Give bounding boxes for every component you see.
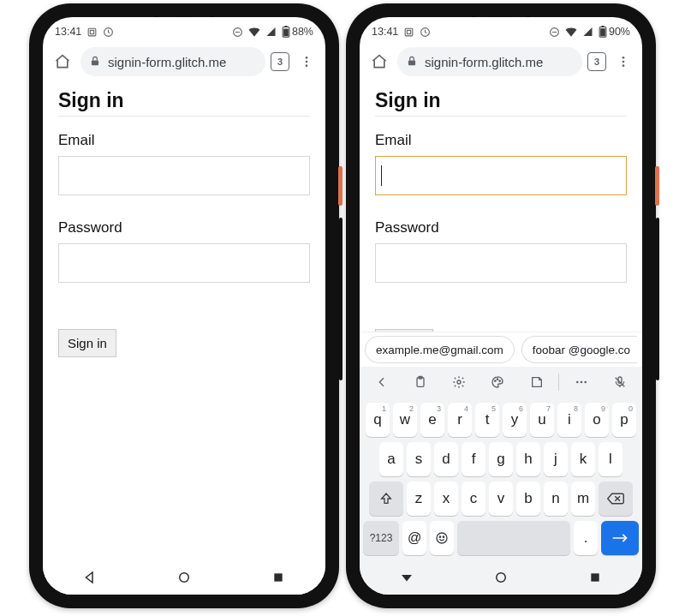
page-content: Sign in Email Password Sign in: [43, 81, 325, 560]
key-e[interactable]: e3: [420, 403, 444, 437]
svg-rect-18: [601, 26, 604, 27]
divider: [375, 116, 627, 117]
key-d[interactable]: d: [434, 442, 458, 476]
cell-signal-icon: [265, 27, 277, 37]
android-navbar: [360, 560, 642, 595]
keyboard-keys: q1w2e3r4t5y6u7i8o9p0 asdfghjkl zxcvbnm: [360, 398, 642, 560]
address-bar[interactable]: signin-form.glitch.me: [397, 47, 582, 76]
nav-home-icon[interactable]: [167, 560, 201, 595]
signin-button[interactable]: Sign in: [58, 329, 116, 357]
key-j[interactable]: j: [544, 442, 568, 476]
svg-point-29: [499, 380, 500, 381]
wifi-icon: [565, 27, 577, 37]
key-p[interactable]: p0: [612, 403, 636, 437]
key-o[interactable]: o9: [585, 403, 609, 437]
nav-recents-icon[interactable]: [578, 560, 612, 595]
nav-back-icon[interactable]: [73, 560, 107, 595]
volume-button: [339, 218, 342, 380]
password-label: Password: [375, 219, 627, 236]
key-f[interactable]: f: [462, 442, 485, 476]
key-l[interactable]: l: [599, 442, 622, 476]
password-field-block: Password: [375, 219, 627, 283]
symbols-key[interactable]: ?123: [363, 521, 399, 555]
svg-point-9: [306, 61, 308, 63]
key-m[interactable]: m: [571, 481, 595, 516]
key-b[interactable]: b: [516, 481, 540, 516]
svg-point-36: [443, 536, 444, 537]
key-y[interactable]: y6: [503, 403, 527, 437]
period-key[interactable]: .: [574, 521, 598, 555]
key-s[interactable]: s: [407, 442, 431, 476]
text-caret: [381, 165, 382, 186]
screen-right: 13:41: [360, 17, 642, 595]
sticker-icon[interactable]: [518, 367, 555, 398]
backspace-key[interactable]: [599, 481, 633, 516]
nav-recents-icon[interactable]: [261, 560, 295, 595]
tab-count: 3: [594, 57, 599, 67]
space-key[interactable]: [457, 521, 570, 555]
key-r[interactable]: r4: [448, 403, 472, 437]
kbd-back-icon[interactable]: [363, 367, 400, 398]
tab-count: 3: [277, 57, 283, 67]
key-t[interactable]: t5: [475, 403, 499, 437]
svg-rect-38: [591, 573, 599, 581]
nav-back-icon[interactable]: [390, 560, 424, 595]
page-title: Sign in: [58, 89, 310, 112]
palette-icon[interactable]: [480, 367, 516, 398]
svg-rect-14: [408, 30, 411, 33]
address-bar-url: signin-form.glitch.me: [425, 55, 574, 69]
overflow-menu-icon[interactable]: [611, 49, 635, 75]
clipboard-icon[interactable]: [402, 367, 438, 398]
enter-key[interactable]: [601, 521, 639, 555]
email-field[interactable]: [375, 156, 627, 195]
svg-point-35: [439, 536, 440, 537]
email-label: Email: [58, 132, 310, 149]
at-key-label: @: [408, 530, 421, 546]
at-key[interactable]: @: [402, 521, 426, 555]
key-z[interactable]: z: [407, 481, 431, 516]
status-bar: 13:41: [43, 21, 325, 43]
tab-switcher-icon[interactable]: 3: [587, 52, 606, 71]
autofill-chip[interactable]: example.me@gmail.com: [365, 336, 515, 363]
emoji-key[interactable]: [430, 521, 454, 555]
nav-home-icon[interactable]: [484, 560, 518, 595]
home-icon[interactable]: [50, 49, 75, 75]
more-icon[interactable]: [563, 367, 599, 398]
svg-rect-13: [405, 28, 413, 36]
key-u[interactable]: u7: [530, 403, 554, 437]
key-h[interactable]: h: [516, 442, 540, 476]
tab-switcher-icon[interactable]: 3: [271, 52, 289, 71]
volume-button: [656, 218, 659, 380]
browser-toolbar: signin-form.glitch.me 3: [360, 43, 642, 81]
email-field[interactable]: [58, 156, 310, 195]
screen-left: 13:41: [43, 17, 325, 595]
address-bar[interactable]: signin-form.glitch.me: [80, 47, 265, 76]
password-field[interactable]: [375, 243, 627, 283]
svg-rect-1: [91, 30, 94, 33]
gear-icon[interactable]: [441, 367, 478, 398]
home-icon[interactable]: [366, 49, 392, 75]
shift-key[interactable]: [369, 481, 403, 516]
keyboard-toolbar: [360, 367, 642, 398]
period-key-label: .: [584, 529, 588, 547]
status-time: 13:41: [55, 26, 81, 38]
key-a[interactable]: a: [379, 442, 403, 476]
autofill-chip[interactable]: foobar @google.co: [521, 336, 637, 363]
overflow-menu-icon[interactable]: [295, 49, 319, 75]
key-v[interactable]: v: [489, 481, 513, 516]
key-w[interactable]: w2: [393, 403, 417, 437]
password-field[interactable]: [58, 243, 310, 283]
lock-icon: [406, 55, 418, 69]
mic-off-icon[interactable]: [602, 367, 639, 398]
key-q[interactable]: q1: [366, 403, 390, 437]
signin-button-label: Sign in: [68, 336, 107, 350]
clock-icon: [420, 27, 431, 38]
clock-icon: [103, 27, 114, 38]
key-x[interactable]: x: [434, 481, 458, 516]
key-i[interactable]: i8: [557, 403, 581, 437]
key-k[interactable]: k: [571, 442, 595, 476]
key-n[interactable]: n: [544, 481, 568, 516]
key-g[interactable]: g: [489, 442, 513, 476]
svg-rect-6: [283, 29, 289, 37]
key-c[interactable]: c: [462, 481, 485, 516]
